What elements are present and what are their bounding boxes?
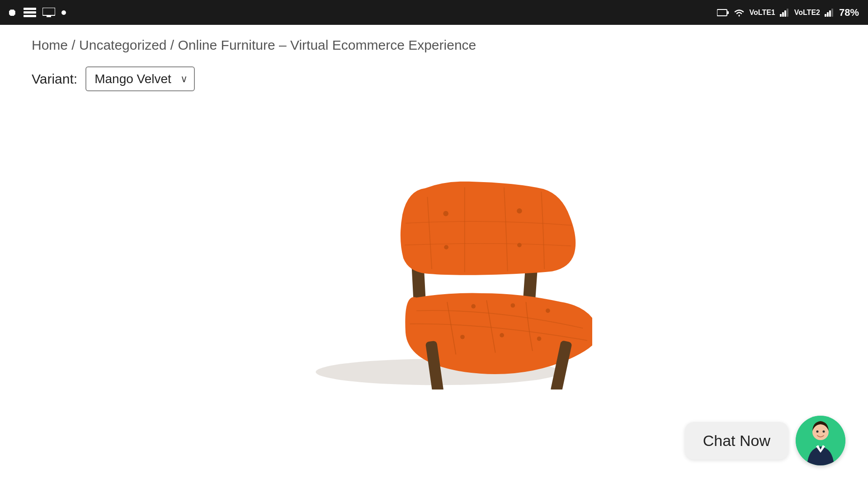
svg-point-25 — [517, 208, 522, 214]
status-bar: ⏺ VoLTE1 — [0, 0, 868, 25]
svg-point-32 — [816, 431, 819, 433]
chat-avatar[interactable] — [796, 416, 845, 465]
svg-point-22 — [500, 333, 504, 338]
breadcrumb-sep1: / — [68, 38, 79, 52]
svg-point-18 — [471, 304, 476, 309]
svg-rect-1 — [24, 11, 36, 14]
svg-rect-2 — [24, 15, 36, 17]
svg-point-26 — [444, 245, 448, 249]
svg-rect-7 — [780, 14, 782, 17]
variant-select[interactable]: Mango Velvet Blue Velvet Green Velvet Gr… — [85, 66, 195, 91]
svg-rect-14 — [831, 9, 833, 17]
svg-rect-5 — [717, 9, 727, 16]
volte1-label: VoLTE1 — [750, 9, 775, 17]
battery-percentage: 78% — [839, 7, 859, 19]
svg-rect-11 — [825, 14, 826, 17]
svg-point-20 — [546, 309, 550, 313]
signal2-icon — [825, 9, 835, 17]
svg-rect-13 — [829, 10, 831, 17]
status-bar-right: VoLTE1 VoLTE2 78% — [717, 7, 859, 19]
wifi-icon — [733, 8, 745, 17]
variant-label: Variant: — [32, 71, 77, 87]
svg-rect-12 — [827, 12, 829, 17]
svg-point-19 — [511, 303, 515, 308]
breadcrumb: Home / Uncategorized / Online Furniture … — [0, 25, 868, 62]
chair-image — [276, 109, 592, 389]
chat-now-button[interactable]: Chat Now — [685, 422, 788, 460]
variant-select-wrapper[interactable]: Mango Velvet Blue Velvet Green Velvet Gr… — [85, 66, 195, 91]
svg-point-21 — [460, 335, 465, 339]
svg-rect-10 — [787, 9, 788, 17]
svg-rect-0 — [24, 8, 36, 10]
battery-icon — [717, 9, 729, 17]
chat-widget[interactable]: Chat Now — [685, 416, 845, 465]
variant-section: Variant: Mango Velvet Blue Velvet Green … — [0, 62, 868, 105]
layers-icon — [24, 8, 36, 18]
svg-point-23 — [537, 337, 542, 341]
notification-dot — [61, 10, 66, 15]
signal1-icon — [780, 9, 790, 17]
breadcrumb-sep2: / — [167, 38, 178, 52]
svg-point-27 — [517, 243, 522, 247]
breadcrumb-home: Home — [32, 38, 68, 52]
monitor-icon — [42, 8, 55, 18]
svg-rect-6 — [727, 11, 729, 14]
svg-point-24 — [443, 211, 448, 216]
breadcrumb-page: Online Furniture – Virtual Ecommerce Exp… — [178, 38, 476, 52]
chair-container — [0, 109, 868, 389]
svg-point-33 — [823, 431, 825, 433]
svg-rect-9 — [784, 10, 786, 17]
record-icon: ⏺ — [7, 7, 17, 19]
status-bar-left: ⏺ — [7, 7, 66, 19]
volte2-label: VoLTE2 — [794, 9, 820, 17]
breadcrumb-category: Uncategorized — [79, 38, 166, 52]
svg-rect-4 — [47, 16, 51, 17]
svg-rect-8 — [782, 12, 784, 17]
svg-rect-3 — [42, 8, 55, 15]
